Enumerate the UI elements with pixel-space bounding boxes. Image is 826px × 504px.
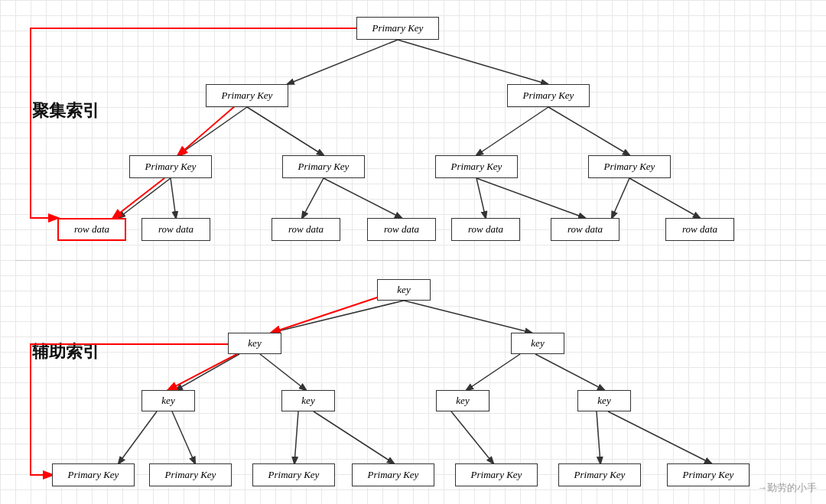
s2-leaf1: Primary Key: [52, 463, 135, 486]
secondary-index-label: 辅助索引: [32, 340, 99, 363]
s1-leaf3: row data: [272, 218, 340, 241]
s1-leaf1: row data: [57, 218, 126, 241]
s2-leaf6: Primary Key: [558, 463, 641, 486]
svg-line-12: [612, 178, 629, 218]
svg-line-28: [608, 411, 711, 463]
svg-line-21: [535, 354, 604, 390]
s2-root: key: [377, 279, 431, 301]
s2-leaf4: Primary Key: [352, 463, 434, 486]
svg-line-2: [178, 107, 247, 155]
svg-line-10: [476, 178, 486, 218]
s1-l2-ll: Primary Key: [129, 155, 212, 178]
cluster-index-label: 聚集索引: [32, 99, 99, 122]
svg-line-5: [548, 107, 629, 155]
s1-leaf6: row data: [551, 218, 620, 241]
svg-line-11: [476, 178, 585, 218]
s1-leaf2: row data: [141, 218, 210, 241]
svg-line-15: [113, 178, 164, 218]
s1-leaf5: row data: [451, 218, 520, 241]
s2-l2-rl: key: [436, 390, 489, 411]
svg-line-6: [119, 178, 171, 218]
svg-line-30: [168, 354, 237, 390]
svg-line-17: [404, 301, 532, 333]
s1-leaf4: row data: [367, 218, 436, 241]
s2-l1-right: key: [511, 333, 564, 354]
s2-leaf2: Primary Key: [149, 463, 232, 486]
s1-l2-lr: Primary Key: [282, 155, 365, 178]
s2-leaf7: Primary Key: [667, 463, 750, 486]
svg-line-16: [272, 301, 404, 333]
svg-line-4: [476, 107, 548, 155]
s1-leaf7: row data: [665, 218, 734, 241]
svg-line-23: [172, 411, 195, 463]
svg-line-7: [171, 178, 176, 218]
s1-l1-left: Primary Key: [206, 84, 288, 107]
arrows-svg: [0, 0, 826, 504]
main-container: 聚集索引 辅助索引: [0, 0, 826, 504]
s1-l2-rl: Primary Key: [435, 155, 518, 178]
svg-line-27: [597, 411, 600, 463]
s1-l2-rr: Primary Key: [588, 155, 671, 178]
s2-l1-left: key: [228, 333, 281, 354]
svg-line-24: [294, 411, 298, 463]
s2-leaf3: Primary Key: [252, 463, 335, 486]
svg-line-9: [324, 178, 402, 218]
svg-line-22: [119, 411, 157, 463]
svg-line-0: [288, 40, 398, 84]
svg-line-20: [467, 354, 520, 390]
svg-line-26: [451, 411, 493, 463]
svg-line-1: [398, 40, 548, 84]
svg-line-25: [314, 411, 394, 463]
watermark: →勤劳的小手: [757, 481, 817, 495]
s1-l1-right: Primary Key: [507, 84, 590, 107]
svg-line-18: [176, 354, 239, 390]
s2-l2-rr: key: [577, 390, 631, 411]
svg-line-13: [629, 178, 700, 218]
svg-line-19: [260, 354, 306, 390]
divider: [15, 260, 811, 261]
s1-root: Primary Key: [356, 17, 439, 40]
svg-line-8: [302, 178, 324, 218]
svg-line-3: [247, 107, 324, 155]
s2-l2-lr: key: [281, 390, 335, 411]
s2-leaf5: Primary Key: [455, 463, 538, 486]
s2-l2-ll: key: [141, 390, 195, 411]
